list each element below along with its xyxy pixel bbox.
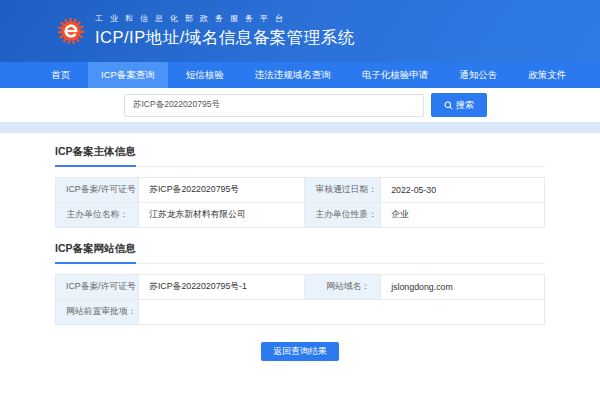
- field-value: 苏ICP备2022020795号-1: [139, 275, 305, 300]
- nav-item-icp-query[interactable]: ICP备案查询: [88, 62, 168, 88]
- page: 工业和信息化部政务服务平台 ICP/IP地址/域名信息备案管理系统 首页 ICP…: [0, 0, 600, 400]
- nav-item-sms-verify[interactable]: 短信核验: [173, 62, 237, 88]
- field-label: 主办单位性质：: [305, 203, 381, 228]
- table-row: ICP备案/许可证号： 苏ICP备2022020795号 审核通过日期： 202…: [56, 178, 545, 203]
- miit-logo-gear-icon: [56, 16, 86, 46]
- field-label: 网站前置审批项：: [56, 300, 139, 325]
- search-bar: 搜索: [0, 88, 600, 122]
- subject-section-head: ICP备案主体信息: [55, 145, 545, 167]
- subject-info-section: ICP备案主体信息 ICP备案/许可证号： 苏ICP备2022020795号 审…: [55, 145, 545, 228]
- website-info-table: ICP备案/许可证号： 苏ICP备2022020795号-1 网站域名： jsl…: [55, 274, 545, 325]
- subject-section-title: ICP备案主体信息: [55, 145, 136, 167]
- website-info-section: ICP备案网站信息 ICP备案/许可证号： 苏ICP备2022020795号-1…: [55, 242, 545, 325]
- nav-item-home[interactable]: 首页: [38, 62, 83, 88]
- field-label: 审核通过日期：: [305, 178, 381, 203]
- app-header: 工业和信息化部政务服务平台 ICP/IP地址/域名信息备案管理系统: [0, 0, 600, 62]
- website-section-title: ICP备案网站信息: [55, 242, 136, 264]
- search-icon: [444, 101, 453, 110]
- field-value: 苏ICP备2022020795号: [139, 178, 305, 203]
- nav-item-illegal-domain-query[interactable]: 违法违规域名查询: [242, 62, 344, 88]
- field-value: jslongdong.com: [381, 275, 545, 300]
- subject-info-table: ICP备案/许可证号： 苏ICP备2022020795号 审核通过日期： 202…: [55, 177, 545, 228]
- search-button-label: 搜索: [456, 99, 474, 112]
- field-value: 江苏龙东新材料有限公司: [139, 203, 305, 228]
- table-row: 网站前置审批项：: [56, 300, 545, 325]
- field-label: 网站域名：: [305, 275, 381, 300]
- field-label: ICP备案/许可证号：: [56, 275, 139, 300]
- search-button[interactable]: 搜索: [431, 93, 487, 117]
- table-row: ICP备案/许可证号： 苏ICP备2022020795号-1 网站域名： jsl…: [56, 275, 545, 300]
- platform-name: 工业和信息化部政务服务平台: [95, 13, 355, 24]
- nav-item-e-verification-apply[interactable]: 电子化核验申请: [349, 62, 442, 88]
- nav-bar: 首页 ICP备案查询 短信核验 违法违规域名查询 电子化核验申请 通知公告 政策…: [0, 62, 600, 88]
- system-title: ICP/IP地址/域名信息备案管理系统: [95, 27, 355, 49]
- back-to-results-button[interactable]: 返回查询结果: [261, 342, 339, 361]
- table-row: 主办单位名称： 江苏龙东新材料有限公司 主办单位性质： 企业: [56, 203, 545, 228]
- main-content: ICP备案主体信息 ICP备案/许可证号： 苏ICP备2022020795号 审…: [0, 133, 600, 361]
- field-value: 企业: [381, 203, 545, 228]
- field-label: ICP备案/许可证号：: [56, 178, 139, 203]
- field-value: 2022-05-30: [381, 178, 545, 203]
- search-input[interactable]: [124, 94, 424, 117]
- nav-item-notices[interactable]: 通知公告: [446, 62, 510, 88]
- field-value: [139, 300, 545, 325]
- field-label: 主办单位名称：: [56, 203, 139, 228]
- nav-item-policy-files[interactable]: 政策文件: [515, 62, 579, 88]
- header-text: 工业和信息化部政务服务平台 ICP/IP地址/域名信息备案管理系统: [95, 13, 355, 49]
- website-section-head: ICP备案网站信息: [55, 242, 545, 264]
- page-background-strip: [0, 122, 600, 133]
